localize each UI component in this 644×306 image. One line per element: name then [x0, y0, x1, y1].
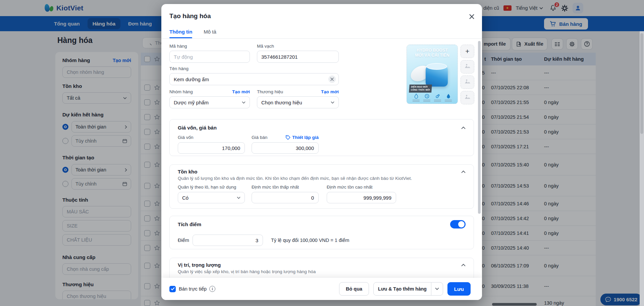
modal-footer: Bán trực tiếp i Bỏ qua Lưu & Tạo thêm hà… — [161, 278, 482, 300]
brand-value: Chọn thương hiệu — [261, 100, 302, 105]
sale-price-label: Giá bán — [252, 135, 267, 140]
brand-label: Thương hiệu — [257, 89, 283, 94]
save-and-new-button: Lưu & Tạo thêm hàng — [373, 282, 443, 296]
price-setup-link[interactable]: Thiết lập giá — [285, 135, 319, 140]
direct-sale-label: Bán trực tiếp — [179, 286, 207, 292]
tab-mo-ta[interactable]: Mô tả — [204, 29, 216, 38]
lot-label: Quản lý theo lô, hạn sử dụng — [178, 185, 236, 190]
collapse-location-button[interactable] — [461, 264, 466, 266]
category-label: Nhóm hàng — [169, 89, 193, 94]
modal-tabs: Thông tin Mô tả — [169, 29, 216, 38]
image-slot[interactable] — [461, 75, 474, 89]
points-title: Tích điểm — [178, 221, 201, 227]
min-stock-label: Định mức tồn thấp nhất — [252, 185, 299, 190]
plus-icon: + — [465, 47, 469, 55]
location-description: Quản lý việc sắp xếp kho, vị trí bán hàn… — [178, 269, 466, 274]
points-toggle[interactable] — [450, 220, 466, 228]
code-label: Mã hàng — [169, 44, 187, 49]
min-stock-input[interactable] — [252, 192, 319, 203]
close-icon — [469, 14, 474, 19]
tab-thong-tin[interactable]: Thông tin — [169, 29, 192, 38]
chevron-down-icon — [242, 101, 246, 104]
product-image-feature-icons — [407, 94, 458, 102]
location-title: Vị trí, trọng lượng — [178, 262, 221, 268]
name-label: Tên hàng — [169, 66, 189, 71]
points-section: Tích điểm Điểm Tỷ lệ quy đổi 100,000 VND… — [169, 216, 474, 249]
info-icon[interactable]: i — [209, 286, 215, 292]
pricing-title: Giá vốn, giá bán — [178, 125, 217, 131]
save-options-dropdown[interactable] — [431, 283, 443, 295]
sale-price-input[interactable] — [252, 142, 319, 154]
chevron-up-icon — [461, 126, 466, 129]
product-name-input[interactable] — [169, 73, 339, 85]
max-stock-input[interactable] — [327, 192, 396, 203]
feature-clock-icon — [423, 94, 430, 102]
points-rate-text: Tỷ lệ quy đổi 100,000 VND = 1 điểm — [271, 238, 349, 243]
product-image-badge: DIỆN MẠO MỚI CÔNG THỨC MỚI — [409, 85, 432, 93]
points-label: Điểm — [178, 238, 193, 243]
save-button[interactable]: Lưu — [447, 282, 471, 296]
chevron-up-icon — [461, 170, 466, 173]
max-stock-label: Định mức tồn cao nhất — [327, 185, 373, 190]
chevron-up-icon — [461, 264, 466, 266]
image-placeholder-icon — [464, 78, 471, 87]
page-scrollbar[interactable] — [640, 31, 644, 306]
collapse-inventory-button[interactable] — [461, 170, 466, 173]
feature-drop-icon — [413, 94, 420, 102]
modal-title: Tạo hàng hóa — [169, 12, 211, 20]
clear-icon — [330, 78, 334, 81]
product-image-title: HYDRO BOOST MỚI VÀ CẢI TIẾN — [407, 48, 458, 58]
points-input[interactable] — [193, 235, 263, 246]
product-code-input[interactable] — [169, 51, 250, 63]
cost-price-input[interactable] — [178, 142, 245, 154]
feature-moisture-icon — [445, 94, 452, 102]
brand-select[interactable]: Chọn thương hiệu — [257, 96, 339, 108]
image-placeholder-icon — [464, 93, 471, 102]
cost-label: Giá vốn — [178, 135, 194, 140]
price-tag-icon — [285, 135, 290, 140]
close-button[interactable] — [467, 12, 476, 21]
barcode-input[interactable] — [257, 51, 339, 63]
category-select[interactable]: Dược mỹ phẩm — [169, 96, 250, 108]
product-image[interactable]: HYDRO BOOST MỚI VÀ CẢI TIẾN DIỆN MẠO MỚI… — [407, 45, 458, 104]
save-and-new-label[interactable]: Lưu & Tạo thêm hàng — [374, 283, 431, 295]
tab-divider — [161, 38, 482, 39]
chevron-down-icon — [237, 197, 240, 199]
category-value: Dược mỹ phẩm — [174, 100, 209, 105]
direct-sale-checkbox[interactable] — [169, 286, 176, 292]
create-category-link[interactable]: Tạo mới — [232, 89, 250, 94]
barcode-label: Mã vạch — [257, 44, 274, 49]
image-placeholder-icon — [464, 62, 471, 71]
chevron-down-icon — [331, 101, 334, 104]
create-product-modal: Tạo hàng hóa Thông tin Mô tả Mã hàng Mã … — [161, 4, 482, 300]
collapse-pricing-button[interactable] — [461, 126, 466, 129]
pricing-section: Giá vốn, giá bán Giá vốn Giá bán Thiết l… — [169, 119, 474, 156]
check-icon — [171, 287, 175, 291]
jar-cream-graphic — [426, 63, 447, 70]
modal-scrollbar-thumb[interactable] — [478, 41, 481, 214]
screen: KiotViet diện cũ ★ Tiếng Việt 2 Tổng qua… — [0, 0, 644, 306]
inventory-title: Tồn kho — [178, 169, 197, 174]
image-slot[interactable] — [461, 91, 474, 104]
product-form: Mã hàng Mã vạch Tên hàng — [169, 44, 339, 108]
chevron-down-icon — [435, 288, 439, 290]
clear-name-button[interactable] — [328, 75, 336, 83]
inventory-description: Quản lý số lượng tồn kho và định mức tồn… — [178, 176, 466, 181]
lot-value: Có — [182, 195, 189, 201]
lot-select[interactable]: Có — [178, 192, 245, 203]
inventory-section: Tồn kho Quản lý số lượng tồn kho và định… — [169, 164, 474, 209]
page-scrollbar-thumb[interactable] — [640, 33, 643, 134]
create-brand-link[interactable]: Tạo mới — [321, 89, 339, 94]
feature-molecule-icon — [434, 94, 441, 102]
image-slot[interactable] — [461, 60, 474, 73]
skip-button[interactable]: Bỏ qua — [339, 282, 369, 296]
add-image-button[interactable]: + — [461, 45, 474, 58]
